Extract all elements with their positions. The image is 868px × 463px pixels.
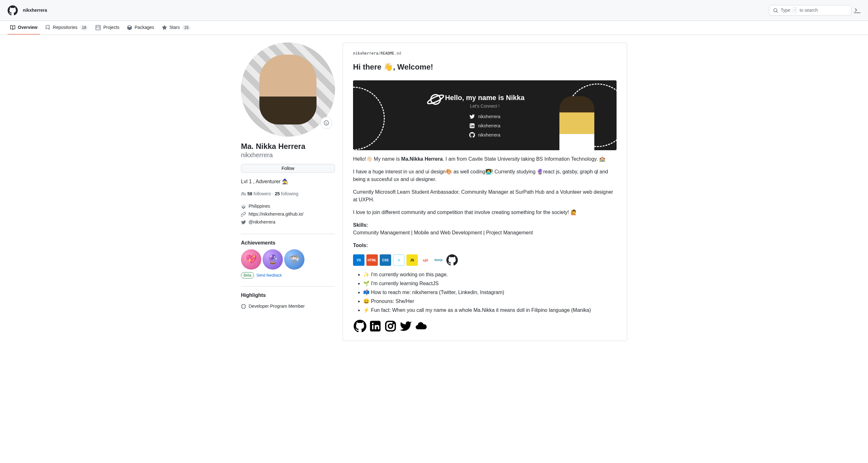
website-row[interactable]: https://nikxherrera.github.io/ xyxy=(241,210,335,218)
banner-twitter[interactable]: nikxherrera xyxy=(469,113,500,120)
location-text: Philippines xyxy=(249,203,270,210)
profile-bio: Lvl 1 , Adventurer 🧙 xyxy=(241,178,335,185)
package-icon xyxy=(127,25,132,30)
readme-path-ext: .md xyxy=(394,51,401,56)
tab-repositories[interactable]: Repositories 18 xyxy=(42,21,91,35)
profile-login: nikxherrera xyxy=(241,151,335,159)
tool-css: CSS xyxy=(380,254,391,266)
tab-stars-label: Stars xyxy=(169,24,180,31)
social-linkedin[interactable] xyxy=(368,319,382,333)
readme-panel: nikxherrera/README.md Hi there 👋, Welcom… xyxy=(343,42,627,341)
book-icon xyxy=(10,25,15,30)
highlights-list: Developer Program Member xyxy=(241,302,335,311)
status-badge[interactable] xyxy=(320,117,332,129)
highlight-text: Developer Program Member xyxy=(249,303,305,310)
header-username[interactable]: nikxherrera xyxy=(23,7,47,14)
achievements-title: Achievements xyxy=(241,234,335,247)
twitter-row[interactable]: @nikxherrera xyxy=(241,218,335,226)
tab-stars[interactable]: Stars 15 xyxy=(159,21,193,35)
profile-tabs: Overview Repositories 18 Projects Packag… xyxy=(0,21,868,35)
bullet-item: ✨ I'm currently working on this page. xyxy=(363,271,617,278)
tool-html: HTML xyxy=(366,254,378,266)
banner-decoration-left xyxy=(353,87,385,150)
achievement-badge-1[interactable]: 💖 xyxy=(241,249,261,270)
readme-bullets: ✨ I'm currently working on this page. 🌱 … xyxy=(363,271,617,314)
people-icon xyxy=(241,191,246,196)
svg-point-4 xyxy=(470,124,471,125)
banner-github[interactable]: nikxherrera xyxy=(469,132,500,138)
social-instagram[interactable] xyxy=(383,319,398,333)
profile-sidebar: Ma. Nikka Herrera nikxherrera Follow Lvl… xyxy=(241,42,335,341)
tab-repositories-count: 18 xyxy=(80,25,88,30)
command-palette-icon[interactable] xyxy=(854,7,860,14)
tab-packages-label: Packages xyxy=(134,24,154,31)
app-header: nikxherrera Type / to search xyxy=(0,0,868,21)
readme-path: nikxherrera/README.md xyxy=(353,51,617,56)
followers-count: 58 xyxy=(247,190,252,197)
header-left: nikxherrera xyxy=(8,5,47,16)
separator: · xyxy=(272,190,274,197)
location-row: Philippines xyxy=(241,202,335,210)
banner-subtitle: Let's Connect ! xyxy=(445,103,525,110)
readme-skills: Skills:Community Management | Mobile and… xyxy=(353,221,617,237)
tools-row: VS HTML CSS ⚛ JS ♦git MySQL xyxy=(353,254,617,266)
social-github[interactable] xyxy=(353,319,367,333)
beta-badge: Beta xyxy=(241,272,254,278)
readme-p4: I love to join different community and c… xyxy=(353,209,617,216)
readme-path-user: nikxherrera xyxy=(353,51,378,56)
search-icon xyxy=(773,8,778,13)
follow-button[interactable]: Follow xyxy=(241,164,335,173)
planet-icon xyxy=(426,90,445,109)
banner-person-graphic xyxy=(559,96,594,150)
search-input[interactable]: Type / to search xyxy=(769,5,851,16)
svg-rect-3 xyxy=(470,125,471,127)
achievement-badge-2[interactable]: 🔮 xyxy=(262,249,283,270)
bullet-item: ⚡ Fun fact: When you call my name as a w… xyxy=(363,306,617,314)
bullet-item: 😄 Pronouns: She/Her xyxy=(363,298,617,305)
profile-details: Philippines https://nikxherrera.github.i… xyxy=(241,202,335,226)
readme-greeting: Hi there 👋, Welcome! xyxy=(353,61,617,75)
tab-projects[interactable]: Projects xyxy=(93,21,122,35)
tool-vscode: VS xyxy=(353,254,365,266)
tool-github xyxy=(446,254,458,266)
profile-name: Ma. Nikka Herrera xyxy=(241,142,335,151)
readme-p2: I have a huge interest in ux and ui desi… xyxy=(353,168,617,183)
banner-social-links: nikxherrera nikxherrera nikxherrera xyxy=(469,113,500,138)
tab-overview[interactable]: Overview xyxy=(8,21,40,35)
following-count: 25 xyxy=(275,190,280,197)
achievement-badge-3[interactable]: 🦈 xyxy=(284,249,305,270)
avatar-container xyxy=(241,42,335,136)
social-twitter[interactable] xyxy=(399,319,413,333)
social-cloud[interactable] xyxy=(414,319,428,333)
tool-react: ⚛ xyxy=(393,254,404,266)
bullet-item: 📫 How to reach me: nikxherrera (Twitter,… xyxy=(363,289,617,296)
main-content: Ma. Nikka Herrera nikxherrera Follow Lvl… xyxy=(231,35,637,349)
repo-icon xyxy=(45,25,50,30)
linkedin-icon xyxy=(469,123,475,129)
banner-linkedin[interactable]: nikxherrera xyxy=(469,123,500,129)
smiley-icon xyxy=(324,120,329,125)
github-icon xyxy=(469,132,475,138)
avatar-face xyxy=(259,55,316,124)
github-logo-icon[interactable] xyxy=(8,5,18,16)
feedback-link[interactable]: Send feedback xyxy=(256,273,282,278)
search-hint: to search xyxy=(799,7,818,14)
highlights-title: Highlights xyxy=(241,286,335,299)
tool-git: ♦git xyxy=(420,254,431,266)
twitter-icon xyxy=(241,220,246,225)
readme-banner: Hello, my name is Nikka Let's Connect ! … xyxy=(353,80,617,150)
tab-repositories-label: Repositories xyxy=(53,24,78,31)
website-text: https://nikxherrera.github.io/ xyxy=(249,211,304,218)
link-icon xyxy=(241,212,246,217)
header-right: Type / to search xyxy=(769,5,860,16)
followers-row[interactable]: 58 followers · 25 following xyxy=(241,190,335,197)
achievements-list: 💖 🔮 🦈 xyxy=(241,249,335,270)
tab-packages[interactable]: Packages xyxy=(124,21,157,35)
readme-tools-label: Tools: xyxy=(353,242,617,249)
tab-projects-label: Projects xyxy=(103,24,119,31)
bullet-item: 🌱 I'm currently learning ReactJS xyxy=(363,280,617,287)
social-icons-row xyxy=(353,319,617,333)
star-icon xyxy=(162,25,167,30)
svg-point-7 xyxy=(372,322,374,324)
twitter-icon xyxy=(469,114,475,119)
